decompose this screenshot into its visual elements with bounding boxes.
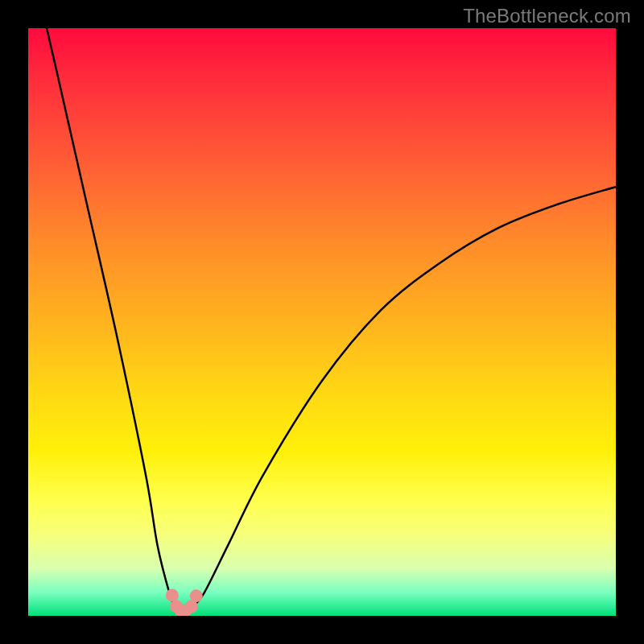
curve-svg [28,28,616,616]
highlight-dot [190,589,203,602]
watermark-text: TheBottleneck.com [463,5,631,27]
chart-frame: TheBottleneck.com [0,0,644,644]
bottleneck-curve-path [40,28,616,612]
highlight-dot [166,588,179,601]
plot-area [28,28,616,616]
